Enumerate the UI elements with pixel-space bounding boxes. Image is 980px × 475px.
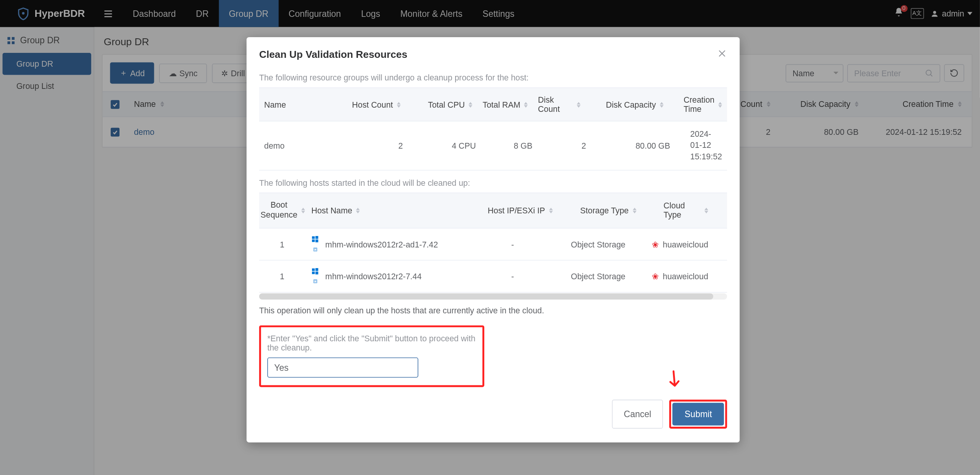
confirm-instruction: *Enter "Yes" and click the "Submit" butt… [267, 334, 476, 352]
rg-col-name: Name [259, 88, 342, 121]
rg-col-host-count[interactable]: Host Count [342, 88, 405, 121]
horizontal-scrollbar[interactable] [259, 293, 727, 300]
host-row-seq: 1 [259, 229, 305, 260]
submit-button[interactable]: Submit [673, 403, 724, 426]
host-name: mhm-windows2012r2-7.44 [325, 272, 422, 282]
host-table: Boot Sequence Host Name Host IP/ESXi IP … [259, 192, 727, 293]
host-row: 1 ⧈mhm-windows2012r2-ad1-7.42 - Object S… [259, 229, 727, 261]
host-col-boot-seq[interactable]: Boot Sequence [259, 193, 306, 228]
cancel-button[interactable]: Cancel [612, 400, 663, 429]
svg-rect-16 [315, 240, 318, 242]
rg-row-cpu: 4 CPU [408, 121, 481, 170]
host-col-name[interactable]: Host Name [306, 193, 482, 228]
rg-table-row: demo 2 4 CPU 8 GB 2 80.00 GB 2024-01-12 … [259, 121, 727, 170]
rg-col-total-cpu[interactable]: Total CPU [405, 88, 477, 121]
host-row: 1 ⧈mhm-windows2012r2-7.44 - Object Stora… [259, 261, 727, 293]
svg-rect-20 [315, 272, 318, 275]
cleanup-modal: Clean Up Validation Resources The follow… [247, 37, 740, 443]
svg-rect-17 [312, 269, 315, 271]
rg-row-host-count: 2 [343, 121, 408, 170]
svg-rect-14 [315, 236, 318, 239]
modal-note-1: The following resource groups will under… [259, 73, 727, 83]
resource-group-table: Name Host Count Total CPU Total RAM Disk… [259, 87, 727, 170]
scrollbar-thumb[interactable] [259, 293, 713, 300]
rg-col-disk-count[interactable]: Disk Count [533, 88, 586, 121]
modal-note-2: The following hosts started in the cloud… [259, 178, 727, 187]
rg-row-disk-capacity: 80.00 GB [591, 121, 675, 170]
host-name: mhm-windows2012r2-ad1-7.42 [325, 240, 438, 249]
host-row-ip: - [476, 229, 549, 260]
host-col-cloud[interactable]: Cloud Type [658, 193, 727, 228]
host-row-cloud: huaweicloud [663, 240, 708, 249]
windows-icon: ⧈ [310, 268, 320, 285]
host-row-seq: 1 [259, 261, 305, 292]
rg-row-ram: 8 GB [481, 121, 537, 170]
rg-row-time: 2024-01-12 15:19:52 [675, 121, 727, 170]
confirm-highlight: *Enter "Yes" and click the "Submit" butt… [259, 326, 484, 387]
host-row-storage: Object Storage [549, 229, 647, 260]
vm-icon: ⧈ [313, 245, 318, 253]
host-row-cloud: huaweicloud [663, 272, 708, 282]
svg-rect-13 [312, 237, 315, 239]
rg-col-total-ram[interactable]: Total RAM [477, 88, 533, 121]
svg-rect-19 [312, 272, 315, 275]
host-col-ip[interactable]: Host IP/ESXi IP [482, 193, 558, 228]
rg-row-disk-count: 2 [537, 121, 591, 170]
huawei-icon: ❀ [652, 240, 659, 249]
modal-note-3: This operation will only clean up the ho… [259, 306, 727, 316]
host-row-storage: Object Storage [549, 261, 647, 292]
host-col-storage[interactable]: Storage Type [558, 193, 658, 228]
rg-row-name: demo [259, 121, 343, 170]
host-row-ip: - [476, 261, 549, 292]
close-icon [717, 49, 727, 59]
submit-highlight: Submit [670, 400, 727, 429]
close-button[interactable] [717, 49, 727, 61]
huawei-icon: ❀ [652, 272, 659, 282]
vm-icon: ⧈ [313, 277, 318, 285]
modal-title: Clean Up Validation Resources [259, 49, 407, 60]
confirm-input[interactable] [267, 358, 418, 378]
svg-rect-18 [315, 268, 318, 271]
svg-rect-15 [312, 240, 315, 242]
rg-col-creation-time[interactable]: Creation Time [668, 88, 727, 121]
rg-col-disk-capacity[interactable]: Disk Capacity [586, 88, 668, 121]
windows-icon: ⧈ [310, 236, 320, 253]
